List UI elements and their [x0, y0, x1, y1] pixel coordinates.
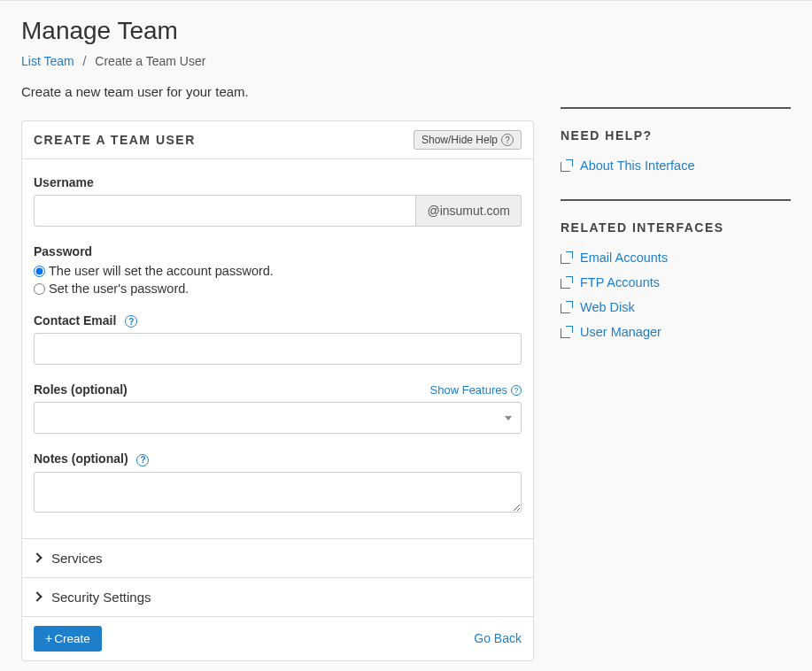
- external-link-icon: [561, 251, 573, 264]
- contact-email-label-text: Contact Email: [34, 313, 116, 328]
- page-title: Manage Team: [21, 17, 534, 45]
- question-icon: ?: [511, 385, 522, 396]
- accordion-security-label: Security Settings: [51, 590, 151, 605]
- chevron-right-icon: [32, 591, 42, 601]
- username-label: Username: [34, 175, 522, 189]
- accordion-security[interactable]: Security Settings: [22, 577, 533, 616]
- toggle-help-label: Show/Hide Help: [421, 134, 498, 146]
- external-link-icon: [561, 326, 573, 338]
- contact-email-label: Contact Email ?: [34, 313, 522, 328]
- related-link-label: FTP Accounts: [580, 275, 660, 289]
- related-interfaces-section: RELATED INTERFACES Email Accounts FTP Ac…: [561, 199, 791, 339]
- external-link-icon: [561, 159, 573, 172]
- roles-label: Roles (optional): [34, 382, 128, 397]
- external-link-icon: [561, 276, 573, 289]
- show-features-text: Show Features: [430, 383, 507, 397]
- panel-title: CREATE A TEAM USER: [34, 133, 196, 147]
- toggle-help-button[interactable]: Show/Hide Help ?: [414, 130, 522, 150]
- password-option-admin-label: Set the user's password.: [49, 282, 189, 296]
- question-icon[interactable]: ?: [125, 315, 137, 328]
- question-icon[interactable]: ?: [136, 454, 149, 467]
- show-features-link[interactable]: Show Features ?: [430, 383, 522, 397]
- page-intro: Create a new team user for your team.: [21, 84, 534, 99]
- go-back-link[interactable]: Go Back: [474, 631, 522, 645]
- accordion-services[interactable]: Services: [22, 538, 533, 577]
- help-link-label: About This Interface: [580, 158, 695, 173]
- breadcrumb-current: Create a Team User: [95, 54, 205, 68]
- related-link-label: Web Disk: [580, 300, 635, 314]
- need-help-title: NEED HELP?: [561, 128, 791, 143]
- domain-suffix: @insumut.com: [416, 195, 522, 227]
- create-user-panel: CREATE A TEAM USER Show/Hide Help ? User…: [21, 120, 534, 661]
- contact-email-input[interactable]: [34, 333, 522, 365]
- notes-textarea[interactable]: [34, 472, 522, 513]
- breadcrumb-link-list-team[interactable]: List Team: [21, 54, 74, 68]
- external-link-icon: [561, 301, 573, 313]
- notes-label: Notes (optional) ?: [34, 451, 522, 466]
- chevron-down-icon: [505, 416, 512, 420]
- accordion-services-label: Services: [51, 551, 103, 566]
- related-link-webdisk[interactable]: Web Disk: [561, 300, 791, 314]
- related-link-ftp[interactable]: FTP Accounts: [561, 275, 791, 289]
- create-button-label: Create: [54, 632, 90, 645]
- notes-label-text: Notes (optional): [34, 451, 128, 466]
- username-input[interactable]: [34, 195, 416, 227]
- related-link-label: User Manager: [580, 325, 661, 339]
- related-link-usermanager[interactable]: User Manager: [561, 325, 791, 339]
- chevron-right-icon: [32, 552, 42, 562]
- related-link-label: Email Accounts: [580, 251, 668, 265]
- password-option-user-label: The user will set the account password.: [49, 264, 274, 278]
- breadcrumb-separator: /: [83, 54, 87, 68]
- need-help-section: NEED HELP? About This Interface: [561, 107, 791, 173]
- question-icon: ?: [501, 134, 514, 146]
- password-label: Password: [34, 244, 522, 258]
- plus-icon: +: [45, 632, 52, 644]
- create-button[interactable]: + Create: [34, 626, 102, 652]
- help-link-about[interactable]: About This Interface: [561, 158, 791, 173]
- password-option-user-radio[interactable]: [34, 266, 45, 277]
- related-title: RELATED INTERFACES: [561, 220, 791, 235]
- breadcrumb: List Team / Create a Team User: [21, 54, 534, 68]
- password-option-admin-radio[interactable]: [34, 283, 45, 295]
- related-link-email[interactable]: Email Accounts: [561, 251, 791, 265]
- roles-select[interactable]: [34, 402, 522, 434]
